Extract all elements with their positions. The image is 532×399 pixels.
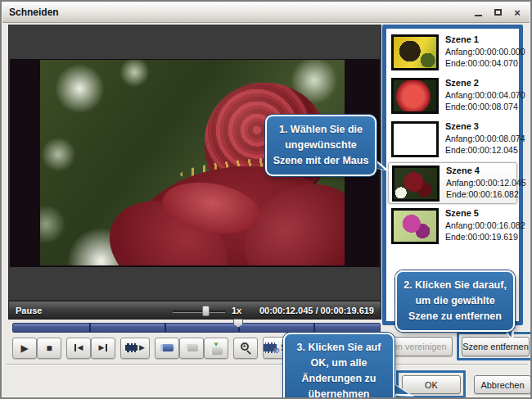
scene-end-time: 00:00:04.070 [467,57,517,69]
trim-end-icon [185,344,198,351]
playback-state-label: Pause [16,306,42,315]
next-scene-button[interactable]: ▶ [91,338,115,359]
scene-end-time: 00:00:08.074 [467,101,517,112]
step-arrow-icon: ▶ [139,344,145,351]
previous-icon: ◀ [78,344,83,351]
scene-end-time: 00:00:16.082 [468,188,518,200]
callout-3-tail [391,375,414,397]
scene-name: Szene 2 [445,78,517,88]
playhead-marker[interactable] [233,319,243,328]
scene-5-thumbnail [391,208,439,244]
filmstrip-icon [125,343,138,352]
cancel-button[interactable]: Abbrechen [474,375,531,394]
step-forward-button[interactable]: ▶ [120,338,150,359]
scene-name: Szene 3 [445,121,517,131]
split-icon: ▼ [210,342,223,355]
scene-1-thumbnail [391,34,439,70]
magnifier-icon: + [241,342,251,353]
scene-boundary-marker [89,324,91,332]
minimize-icon[interactable] [472,7,484,18]
scene-row-3[interactable]: Szene 3 Anfang:00:00:08.074 Ende:00:00:1… [388,119,517,161]
scene-boundary-marker [165,324,166,332]
scene-3-thumbnail [391,121,439,157]
scene-start-time: 00:00:00.000 [475,46,525,57]
callout-step-2: 2. Klicken Sie darauf, um die gewählte S… [395,270,515,332]
speed-slider[interactable] [173,309,225,314]
split-scene-button[interactable]: ▼ [204,338,228,359]
previous-scene-button[interactable]: ◀ [66,338,91,359]
time-display: 00:00:12.045 / 00:00:19.619 [259,306,374,315]
trim-start-icon [160,344,174,351]
callout-step-1: 1. Wählen Sie die ungewünschte Szene mit… [265,115,376,176]
scene-row-4-selected[interactable]: Szene 4 Anfang:00:00:12.045 Ende:00:00:1… [388,162,517,204]
set-end-marker-button[interactable] [179,338,204,359]
next-icon: ▶ [99,344,105,351]
playback-status-bar: Pause 1x 00:00:12.045 / 00:00:19.619 [8,301,381,320]
scene-start-time: 00:00:12.045 [476,177,525,188]
zoom-in-button[interactable]: + [233,338,258,359]
schneiden-dialog: Schneiden × Pause 1x 00:00:12.045 / [0,0,532,399]
scene-row-2[interactable]: Szene 2 Anfang:00:00:04.070 Ende:00:00:0… [388,75,517,117]
scene-name: Szene 1 [445,34,517,44]
scene-start-time: 00:00:08.074 [475,133,525,144]
scene-row-1[interactable]: Szene 1 Anfang:00:00:00.000 Ende:00:00:0… [388,32,517,74]
maximize-icon[interactable] [492,7,503,18]
title-bar[interactable]: Schneiden × [2,2,530,23]
scene-name: Szene 5 [445,208,517,218]
scene-start-time: 00:00:04.070 [475,89,525,101]
scene-row-5[interactable]: Szene 5 Anfang:00:00:16.082 Ende:00:00:1… [388,206,517,247]
scene-boundary-marker [313,324,315,332]
speed-slider-handle[interactable] [202,306,210,316]
play-button[interactable]: ▶ [12,338,37,359]
scene-2-thumbnail [391,78,439,114]
stop-button[interactable]: ■ [37,338,61,359]
scene-end-time: 00:00:12.045 [467,144,517,156]
scene-end-time: 00:00:19.619 [467,231,517,243]
stop-icon: ■ [46,343,52,353]
film-gear-icon: ⚙ [264,342,277,353]
scene-start-time: 00:00:16.082 [475,220,525,231]
play-icon: ▶ [20,343,28,353]
set-begin-marker-button[interactable] [155,338,179,359]
scene-name: Szene 4 [446,165,518,175]
scene-4-thumbnail [392,165,440,202]
separator-line [7,364,528,365]
window-controls: × [472,7,523,18]
timeline[interactable] [12,323,381,333]
window-title: Schneiden [9,7,59,18]
callout-step-3: 3. Klicken Sie auf OK, um alle Änderunge… [283,333,394,399]
speed-label: 1x [232,306,241,315]
close-icon[interactable]: × [512,7,523,18]
